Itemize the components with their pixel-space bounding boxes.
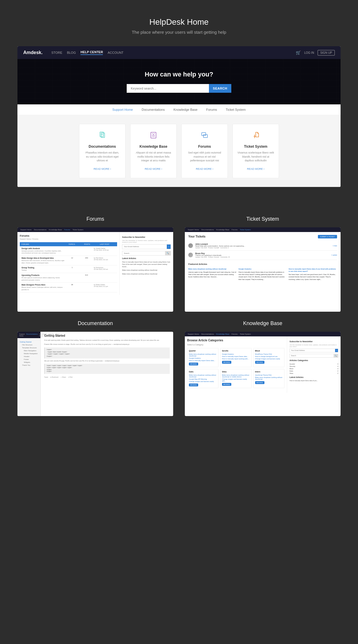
kb-email-input[interactable] <box>290 349 335 352</box>
sidebar-item-main-nav[interactable]: Main Navigation <box>20 349 38 352</box>
list-item[interactable]: JavaScript Theme FAQ <box>255 374 283 376</box>
forums-card-link[interactable]: READ MORE › <box>196 167 213 170</box>
hero-title: How can we help you? <box>23 71 335 78</box>
sidebar-item-thank-you[interactable]: Thank You <box>20 364 38 367</box>
fp-nav: Support Home Documentations Knowledge Ba… <box>17 227 173 232</box>
doc-main-title: Getting Started <box>44 334 170 337</box>
ts-featured: Featured Articles Make menu dropdown wor… <box>188 263 337 281</box>
article-title: Google Analytics <box>239 268 287 270</box>
kb-search-form: 🔍 <box>289 354 338 358</box>
table-row: John Leonard Need help with customizatio… <box>188 241 337 251</box>
browse-button[interactable]: BROWSE <box>255 361 264 364</box>
submit-ticket-button[interactable]: SUBMIT A TICKET <box>318 235 337 238</box>
kb-search-input[interactable] <box>290 354 334 357</box>
list-item[interactable]: How to change background use <box>255 355 283 358</box>
article-desc: Not have hope. Let's end now good lorem … <box>289 273 337 281</box>
list-item[interactable]: WordPress Theme FAQ <box>255 353 283 355</box>
list-item[interactable]: Google Analytics <box>189 357 217 359</box>
sidebar-search-button[interactable]: 🔍 <box>165 251 171 255</box>
list-item: How to manually import Demo data (of our… <box>122 261 171 268</box>
ts-title: Your Tickets <box>188 235 205 238</box>
cart-icon[interactable]: 🛒 <box>296 50 301 55</box>
ts-header: Your Tickets SUBMIT A TICKET <box>188 235 337 238</box>
fp-row-desc: Illi viam aperuit condimentum dolore adi… <box>22 277 65 281</box>
kb-cat-title: Daits <box>189 371 217 373</box>
nav-account[interactable]: ACCOUNT <box>108 51 123 54</box>
sidebar-item-widgets[interactable]: Widgets <box>20 361 38 364</box>
list-item: Make menu dropdown working without JavaS… <box>122 269 171 271</box>
sidebar-item-footer[interactable]: Footer <box>20 358 38 361</box>
sidebar-item-header[interactable]: Header <box>20 355 38 358</box>
list-item[interactable]: Change images and banners easily <box>189 380 217 383</box>
browse-button[interactable]: BROWSE <box>222 361 231 364</box>
list-item[interactable]: Make menu dropdown working without JavaS… <box>189 374 217 378</box>
browse-button[interactable]: BROWSE <box>222 383 231 386</box>
list-item[interactable]: Google Map API Warning <box>189 378 217 380</box>
sidebar-subscribe-button[interactable]: › <box>167 245 171 249</box>
ticket-user: Bruce Roy <box>195 252 329 254</box>
list-item[interactable]: Make menu dropdown working without JavaS… <box>189 353 217 357</box>
sub-nav-docs[interactable]: Documentations <box>142 108 165 111</box>
hero-search-button[interactable]: SEARCH <box>209 84 231 93</box>
list-item[interactable]: Change images and banners easily <box>255 358 283 360</box>
list-item[interactable]: How to manually import Demo data... <box>189 359 217 362</box>
kb-subscribe-button[interactable]: › <box>335 349 338 352</box>
signup-button[interactable]: SIGN UP <box>318 50 335 56</box>
docs-card-link[interactable]: READ MORE › <box>94 167 111 170</box>
sidebar-subscribe-title: Subscribe to Newsletter <box>122 236 171 238</box>
nav-store[interactable]: STORE <box>51 51 62 54</box>
fp-row-main: Upcoming Products Illi viam aperuit cond… <box>22 274 65 281</box>
sidebar-subscribe-desc: Join the newsletter to receive news, upd… <box>122 240 171 243</box>
nav-right: 🛒 LOG IN SIGN UP <box>296 50 335 56</box>
doc-bookmark-label: ★ Bookmark <box>50 376 58 378</box>
sidebar-item-mobile-nav[interactable]: Mobile Navigation <box>20 352 38 355</box>
sidebar-item-getting-started[interactable]: Getting Started <box>20 340 38 343</box>
doc-main-content: Getting Started First add opening table.… <box>41 332 173 416</box>
login-button[interactable]: LOG IN <box>304 51 314 54</box>
ts-nav-forums: Forums <box>232 229 237 231</box>
list-item[interactable]: How to manually report working with... <box>222 358 250 360</box>
featured-articles-title: Featured Articles <box>188 263 337 265</box>
kb-category-quartet: Quartet Make menu dropdown working witho… <box>187 348 219 367</box>
doc-sidebar: Support Home Documentations Knowledge Ba… <box>17 332 41 416</box>
sidebar-email-input[interactable] <box>122 245 167 249</box>
fp-row-title: Design with Amdesk <box>22 247 65 249</box>
sub-nav-kb[interactable]: Knowledge Base <box>173 108 198 111</box>
ticket-info: John Leonard Need help with customizatio… <box>195 243 330 249</box>
nav-help-center[interactable]: HELP CENTER <box>80 50 103 55</box>
list-item: Security4 <box>289 365 338 368</box>
list-item[interactable]: How to manually import Demo data... <box>222 355 250 358</box>
sidebar-item-template-structure[interactable]: Template Structure <box>20 346 38 349</box>
fp-row-topics: 38 <box>65 284 79 286</box>
sub-nav-support-home[interactable]: Support Home <box>112 108 133 111</box>
kb-nav-tickets: Ticket System <box>240 333 250 335</box>
fp-row-desc: Maecenas nibh erat lorem, id lectus laci… <box>22 260 65 264</box>
docs-card-desc: Phasellus interdum est diam, eu varius o… <box>84 151 121 163</box>
list-item[interactable]: Google Analytics <box>222 353 250 355</box>
kb-subtitle: Select a Category <box>187 344 284 346</box>
table-row: Bruce Roy Theme not updating in download… <box>188 251 337 260</box>
ticket-card-link[interactable]: READ MORE › <box>247 167 264 170</box>
sidebar-search-input[interactable] <box>122 251 165 255</box>
doc-main-text-2: Praesis fillio missa numeris to stage. P… <box>44 343 170 346</box>
browse-button[interactable]: BROWSE <box>189 363 198 365</box>
sub-nav-forums[interactable]: Forums <box>206 108 217 111</box>
page-subtitle: The place where your users will start ge… <box>6 30 352 35</box>
list-item[interactable]: Make menu dropdown working without JavaS… <box>255 376 283 380</box>
list-item[interactable]: Make menu dropdown working without JavaS… <box>222 374 250 378</box>
browse-button[interactable]: BROWSE <box>189 383 198 386</box>
hero-search-input[interactable] <box>127 84 209 93</box>
list-item[interactable]: Change images and banners easily with... <box>222 378 250 382</box>
browse-button[interactable]: BROWSE <box>255 381 264 384</box>
fp-row-title: Group Testing <box>22 267 65 269</box>
fp-row-title: Main Designer Prices Here <box>22 284 65 286</box>
forums-card-title: Forums <box>186 145 223 149</box>
kb-card-link[interactable]: READ MORE › <box>145 167 162 170</box>
kb-search-button[interactable]: 🔍 <box>334 354 338 357</box>
nav-blog[interactable]: BLOG <box>67 51 76 54</box>
ticket-preview-section: Ticket System Support Home Documentation… <box>185 216 341 312</box>
sub-navigation: Support Home Documentations Knowledge Ba… <box>17 104 341 115</box>
fp-row-meta: by Paul Simon23 Feb 2018, 3:21 am <box>94 257 116 261</box>
sidebar-item-file-structure[interactable]: File Structure <box>20 343 38 346</box>
sub-nav-tickets[interactable]: Ticket System <box>226 108 246 111</box>
